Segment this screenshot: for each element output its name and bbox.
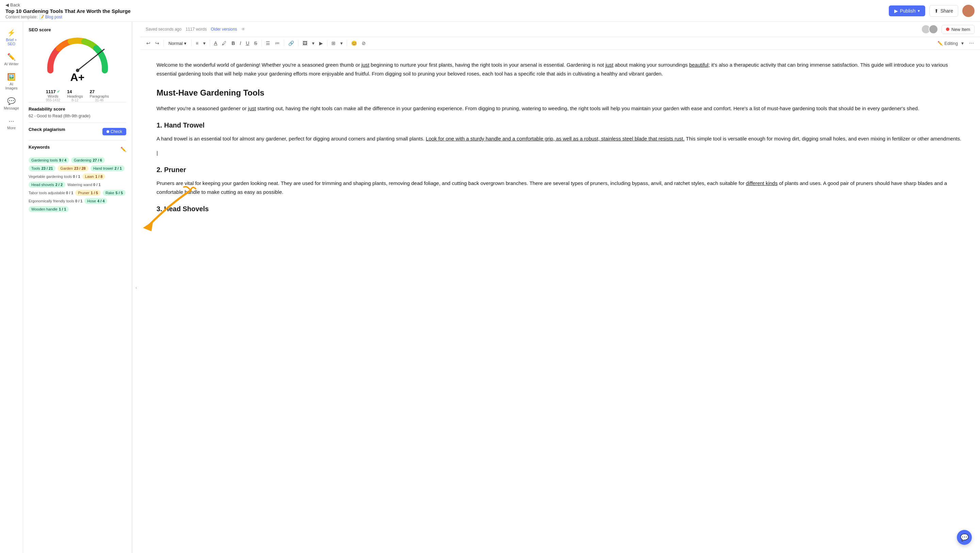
play-button[interactable]: ▶: [317, 39, 325, 47]
sidebar-item-ai-images[interactable]: 🖼️ AI Images: [2, 70, 22, 93]
keywords-section: Keywords ✏️ Gardening tools 9 / 4 Garden…: [29, 140, 126, 212]
align-left-button[interactable]: ≡: [194, 39, 200, 47]
sidebar-item-ai-writer-label: AI Writer: [4, 62, 19, 66]
sidebar-item-brief-seo[interactable]: ⚡ Brief + SEO: [2, 26, 22, 49]
message-icon: 💬: [7, 97, 16, 105]
table-dropdown-button[interactable]: ▾: [338, 39, 345, 47]
subtitle-prefix: Content template:: [5, 14, 38, 19]
editing-label: Editing: [944, 41, 958, 46]
undo-button[interactable]: ↩: [144, 39, 153, 47]
back-button[interactable]: ◀ Back: [5, 2, 130, 8]
brief-seo-icon: ⚡: [7, 29, 16, 37]
keyword-watering-wand: Watering wand 0 / 1: [67, 182, 100, 188]
strikethrough-button[interactable]: S: [252, 39, 259, 47]
style-selector[interactable]: Normal ▾: [166, 40, 189, 47]
preview-eye-icon[interactable]: 👁: [241, 27, 245, 32]
redo-button[interactable]: ↪: [153, 39, 161, 47]
keyword-gardening[interactable]: Gardening 27 / 6: [71, 157, 105, 163]
hand-trowel-paragraph: A hand trowel is an essential tool for a…: [156, 134, 964, 143]
new-item-label: New Item: [951, 27, 970, 32]
collapse-panel-button[interactable]: ‹: [132, 22, 140, 553]
share-button[interactable]: ⬆ Share: [929, 5, 958, 17]
style-label: Normal: [169, 41, 183, 46]
emoji-button[interactable]: 😊: [349, 39, 359, 47]
editor-meta: Saved seconds ago 1117 words Older versi…: [146, 27, 245, 32]
page-title: Top 10 Gardening Tools That Are Worth th…: [5, 8, 130, 14]
user-avatar-2: [929, 24, 938, 34]
keyword-tools[interactable]: Tools 23 / 21: [29, 165, 56, 172]
editor-content[interactable]: Welcome to the wonderful world of garden…: [140, 50, 980, 553]
header-left: ◀ Back Top 10 Gardening Tools That Are W…: [5, 2, 130, 19]
headings-range: 8-12: [67, 98, 83, 102]
share-label: Share: [940, 8, 953, 14]
align-dropdown-button[interactable]: ▾: [201, 39, 208, 47]
keyword-hand-trowel[interactable]: Hand trowel 2 / 1: [91, 165, 124, 172]
gauge-stats: 1117 ✓ Words 955-1432 14 Headings 8-12 2…: [29, 89, 126, 102]
keyword-pruner[interactable]: Pruner 1 / 5: [75, 190, 100, 196]
cursor-line: |: [156, 149, 964, 157]
keywords-edit-icon[interactable]: ✏️: [121, 146, 126, 152]
sidebar-item-more-label: More: [7, 126, 16, 130]
collapse-chevron-icon: ‹: [135, 285, 137, 290]
seo-panel: SEO score: [23, 22, 132, 553]
keywords-title: Keywords: [29, 145, 50, 149]
keyword-hose[interactable]: Hose 4 / 4: [84, 198, 107, 204]
keyword-wooden-handle[interactable]: Wooden handle 1 / 1: [29, 206, 69, 212]
keyword-lawn[interactable]: Lawn 1 / 8: [82, 173, 105, 180]
user-avatars: [921, 24, 938, 34]
check-icon: ✓: [57, 89, 60, 94]
seo-score-title: SEO score: [29, 27, 126, 32]
numbered-list-button[interactable]: ≔: [273, 39, 282, 47]
back-label: Back: [10, 2, 20, 8]
check-plagiarism-button[interactable]: Check: [102, 128, 126, 135]
paragraphs-range: 31-46: [89, 98, 109, 102]
editor-topbar: Saved seconds ago 1117 words Older versi…: [140, 22, 980, 37]
sidebar-item-ai-writer[interactable]: ✏️ AI Writer: [2, 50, 22, 69]
ai-writer-icon: ✏️: [7, 53, 16, 61]
bullet-list-button[interactable]: ☰: [264, 39, 272, 47]
plagiarism-row: Check plagiarism Check: [29, 127, 126, 136]
editor-actions: New Item: [921, 24, 975, 34]
words-value: 1117 ✓: [46, 89, 60, 94]
main-layout: ⚡ Brief + SEO ✏️ AI Writer 🖼️ AI Images …: [0, 22, 980, 553]
pruner-paragraph: Pruners are vital for keeping your garde…: [156, 179, 964, 196]
more-options-button[interactable]: ⋯: [967, 39, 976, 47]
sidebar-item-message[interactable]: 💬 Message: [2, 94, 22, 113]
keyword-rake[interactable]: Rake 5 / 5: [103, 190, 126, 196]
keyword-gardening-tools[interactable]: Gardening tools 9 / 4: [29, 157, 69, 163]
new-item-button[interactable]: New Item: [942, 25, 975, 34]
readability-title: Readability score: [29, 106, 126, 111]
chat-fab-icon: 💬: [960, 533, 969, 542]
image-dropdown-button[interactable]: ▾: [310, 39, 317, 47]
italic-button[interactable]: I: [238, 39, 243, 47]
text-color-button[interactable]: A: [212, 39, 219, 47]
bold-button[interactable]: B: [229, 39, 237, 47]
toolbar-separator-8: [347, 40, 347, 47]
clear-format-button[interactable]: ⊘: [360, 39, 368, 47]
older-versions-link[interactable]: Older versions: [211, 27, 237, 32]
more-icon: ···: [8, 117, 14, 125]
chat-fab-button[interactable]: 💬: [957, 530, 972, 545]
sidebar-item-more[interactable]: ··· More: [2, 114, 22, 133]
editing-dropdown-button[interactable]: ▾: [959, 39, 966, 47]
share-upload-icon: ⬆: [934, 8, 939, 14]
publish-button[interactable]: ▶ Publish ▾: [889, 5, 925, 16]
highlight-button[interactable]: 🖊: [220, 39, 229, 47]
publish-label: Publish: [900, 8, 916, 14]
user-avatar[interactable]: [962, 5, 975, 17]
keywords-header: Keywords ✏️: [29, 145, 126, 154]
headings-label: Headings: [67, 94, 83, 98]
table-button[interactable]: ⊞: [329, 39, 337, 47]
link-button[interactable]: 🔗: [286, 39, 296, 47]
sidebar-item-brief-seo-label: Brief + SEO: [3, 38, 20, 46]
heading-hand-trowel: 1. Hand Trowel: [156, 119, 964, 131]
check-dot: [107, 130, 109, 133]
keyword-garden[interactable]: Garden 23 / 28: [57, 165, 88, 172]
formatting-toolbar: ↩ ↪ Normal ▾ ≡ ▾ A 🖊 B I U S ☰ ≔ 🔗 🖼 ▾: [140, 37, 980, 50]
image-button[interactable]: 🖼: [301, 39, 309, 47]
gauge-chart: [43, 37, 111, 74]
keyword-ergonomically: Ergonomically friendly tools 0 / 1: [29, 198, 82, 204]
underline-button[interactable]: U: [243, 39, 251, 47]
template-link[interactable]: 📝 Blog post: [39, 14, 62, 19]
keyword-head-shovels[interactable]: Head shovels 2 / 2: [29, 182, 65, 188]
